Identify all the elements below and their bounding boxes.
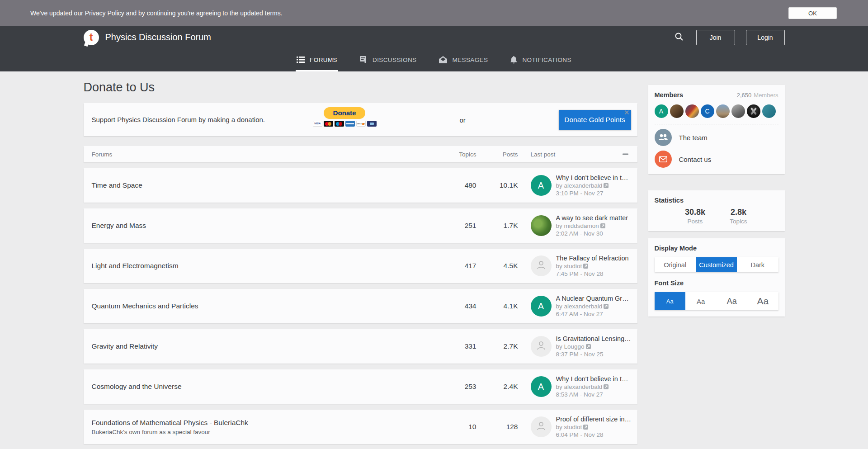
last-post-author[interactable]: by Louggo <box>556 343 585 350</box>
search-button[interactable] <box>673 30 685 44</box>
forum-name[interactable]: Energy and Mass <box>92 222 431 230</box>
members-panel: Members 2,650 Members A C The team <box>648 85 785 174</box>
avatar[interactable] <box>731 104 745 118</box>
tab-messages[interactable]: MESSAGES <box>438 49 489 71</box>
login-button[interactable]: Login <box>746 30 785 45</box>
last-post-author[interactable]: by alexanderbald <box>556 182 603 189</box>
font-size-control: Aa Aa Aa Aa <box>655 292 778 310</box>
tab-notifications[interactable]: NOTIFICATIONS <box>509 49 572 71</box>
last-post-author[interactable]: by middsdamon <box>556 222 599 229</box>
ok-button[interactable]: OK <box>788 7 837 19</box>
avatar[interactable] <box>531 215 552 236</box>
last-post-title[interactable]: Why I don't believe in t… <box>556 174 628 181</box>
forum-name[interactable]: Quantum Mechanics and Particles <box>92 302 431 310</box>
display-mode-dark-button[interactable]: Dark <box>737 257 778 272</box>
display-settings-panel: Display Mode Original Customized Dark Fo… <box>648 238 785 317</box>
last-post-time: 2:02 AM - Nov 30 <box>556 230 628 237</box>
team-icon <box>655 129 672 146</box>
posts-count: 1.7K <box>476 222 518 230</box>
last-post-author[interactable]: by alexanderbald <box>556 383 603 390</box>
tab-forums[interactable]: FORUMS <box>296 49 338 71</box>
avatar-letter: C <box>705 108 709 115</box>
goto-post-icon[interactable] <box>604 384 609 389</box>
goto-post-icon[interactable] <box>604 304 609 309</box>
table-row[interactable]: Light and Electromagnetism 417 4.5K The … <box>84 249 637 283</box>
forum-name[interactable]: Cosmology and the Universe <box>92 383 431 391</box>
last-post-time: 6:47 AM - Nov 27 <box>556 311 629 317</box>
avatar[interactable] <box>531 336 552 357</box>
avatar[interactable] <box>531 255 552 276</box>
avatar[interactable]: A <box>655 104 668 118</box>
last-post-title[interactable]: A way to see dark matter <box>556 214 628 222</box>
last-post-title[interactable]: The Fallacy of Refraction <box>556 255 629 262</box>
privacy-policy-link[interactable]: Privacy Policy <box>85 9 124 17</box>
table-row[interactable]: Foundations of Mathematical Physics - Bu… <box>84 410 637 444</box>
members-title: Members <box>655 91 684 99</box>
donate-message: Support Physics Discussion Forum by maki… <box>92 116 265 123</box>
donate-gold-points-button[interactable]: Donate Gold Points <box>559 110 631 130</box>
last-post-title[interactable]: Why I don't believe in t… <box>556 375 628 383</box>
topics-stat-value: 2.8k <box>717 208 760 217</box>
forum-name[interactable]: Foundations of Mathematical Physics - Bu… <box>92 419 431 427</box>
topics-count: 253 <box>431 383 476 391</box>
table-row[interactable]: Gravity and Relativity 331 2.7K Is Gravi… <box>84 329 637 364</box>
main-nav: FORUMS DISCUSSIONS MESSAGES NOTIFICATION… <box>0 49 868 71</box>
last-post-author[interactable]: by studiot <box>556 424 582 430</box>
display-mode-original-button[interactable]: Original <box>655 257 696 272</box>
last-post-author[interactable]: by studiot <box>556 263 582 269</box>
font-size-1-button[interactable]: Aa <box>655 292 686 310</box>
last-post-title[interactable]: Proof of different size in… <box>556 416 632 423</box>
font-size-3-button[interactable]: Aa <box>717 292 748 310</box>
avatar[interactable] <box>670 104 684 118</box>
avatar[interactable]: A <box>531 296 552 317</box>
table-row[interactable]: Energy and Mass 251 1.7K A way to see da… <box>84 208 637 243</box>
avatar[interactable] <box>685 104 699 118</box>
goto-post-icon[interactable] <box>604 183 609 188</box>
card-icons-row: VISA DISCOVER <box>312 121 377 127</box>
contact-us-link[interactable]: Contact us <box>655 151 778 168</box>
forum-name[interactable]: Gravity and Relativity <box>92 342 431 350</box>
header-forums: Forums <box>84 151 431 158</box>
font-size-2-button[interactable]: Aa <box>685 292 717 310</box>
topics-count: 417 <box>431 262 476 270</box>
avatar[interactable]: C <box>701 104 714 118</box>
site-logo[interactable]: t <box>84 30 99 45</box>
goto-post-icon[interactable] <box>583 264 588 269</box>
forum-name[interactable]: Time and Space <box>92 181 431 189</box>
posts-count: 10.1K <box>476 181 518 189</box>
avatar[interactable] <box>747 104 760 118</box>
avatar[interactable] <box>716 104 730 118</box>
close-icon[interactable]: ✕ <box>624 109 630 116</box>
header-topics: Topics <box>431 151 476 158</box>
bell-icon <box>510 56 517 64</box>
join-button[interactable]: Join <box>696 30 735 45</box>
avatar[interactable] <box>531 416 552 437</box>
forum-name[interactable]: Light and Electromagnetism <box>92 262 431 270</box>
table-row[interactable]: Quantum Mechanics and Particles 434 4.1K… <box>84 289 637 323</box>
last-post-title[interactable]: Is Gravitational Lensing… <box>556 335 631 342</box>
display-mode-customized-button[interactable]: Customized <box>696 257 737 272</box>
goto-post-icon[interactable] <box>600 223 605 228</box>
goto-post-icon[interactable] <box>586 344 591 349</box>
font-size-4-button[interactable]: Aa <box>747 292 778 310</box>
last-post-title[interactable]: A Nuclear Quantum Gr… <box>556 295 629 302</box>
collapse-icon[interactable] <box>623 154 628 155</box>
posts-count: 2.7K <box>476 342 518 350</box>
statistics-title: Statistics <box>655 197 778 204</box>
tab-discussions[interactable]: DISCUSSIONS <box>359 49 417 71</box>
table-row[interactable]: Cosmology and the Universe 253 2.4K A Wh… <box>84 369 637 404</box>
avatar[interactable]: A <box>531 376 552 397</box>
avatar[interactable] <box>762 104 776 118</box>
posts-count: 4.5K <box>476 262 518 270</box>
avatar-letter: A <box>538 301 544 312</box>
goto-post-icon[interactable] <box>583 425 588 430</box>
donate-panel: Support Physics Discussion Forum by maki… <box>84 103 637 136</box>
table-row[interactable]: Time and Space 480 10.1K A Why I don't b… <box>84 168 637 203</box>
the-team-link[interactable]: The team <box>655 129 778 146</box>
paypal-donate-button[interactable]: Donate <box>324 107 365 119</box>
last-post-time: 8:37 PM - Nov 25 <box>556 351 631 358</box>
last-post-author[interactable]: by alexanderbald <box>556 303 603 310</box>
tab-notifications-label: NOTIFICATIONS <box>522 57 571 63</box>
avatar[interactable]: A <box>531 175 552 196</box>
page-title: Donate to Us <box>84 80 637 95</box>
